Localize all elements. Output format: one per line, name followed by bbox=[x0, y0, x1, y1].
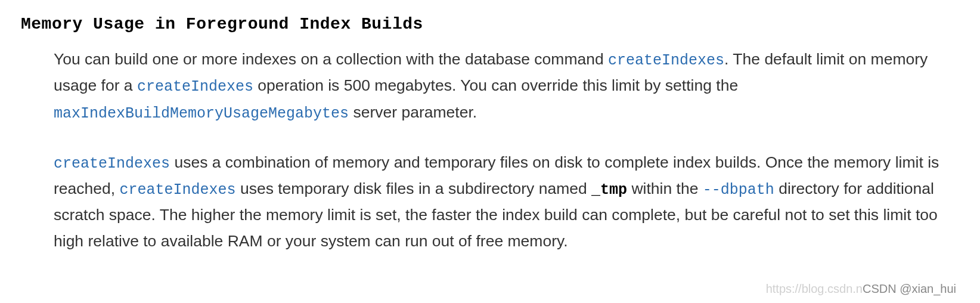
text-segment: operation is 500 megabytes. You can over… bbox=[253, 76, 738, 94]
dbpath-link[interactable]: --dbpath bbox=[703, 181, 774, 199]
text-segment: You can build one or more indexes on a c… bbox=[54, 50, 608, 68]
tmp-code: _tmp bbox=[591, 181, 627, 199]
section-heading: Memory Usage in Foreground Index Builds bbox=[21, 15, 959, 33]
createindexes-link[interactable]: createIndexes bbox=[137, 78, 253, 95]
body-content: You can build one or more indexes on a c… bbox=[21, 47, 959, 255]
maxindexbuildmemoryusagemegabytes-link[interactable]: maxIndexBuildMemoryUsageMegabytes bbox=[54, 105, 349, 122]
text-segment: uses temporary disk files in a subdirect… bbox=[236, 180, 592, 197]
createindexes-link[interactable]: createIndexes bbox=[54, 155, 170, 172]
createindexes-link[interactable]: createIndexes bbox=[608, 52, 724, 69]
text-segment: within the bbox=[627, 180, 703, 197]
paragraph-1: You can build one or more indexes on a c… bbox=[54, 47, 941, 126]
createindexes-link[interactable]: createIndexes bbox=[120, 181, 236, 199]
text-segment: server parameter. bbox=[349, 103, 477, 121]
paragraph-2: createIndexes uses a combination of memo… bbox=[54, 150, 941, 255]
